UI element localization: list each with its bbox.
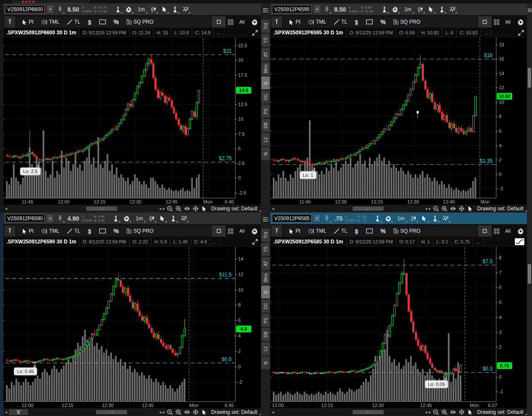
rectangle-tool-button[interactable]	[96, 17, 109, 27]
more-ellipsis[interactable]: ...	[473, 237, 484, 246]
all-button[interactable]: All	[236, 228, 248, 234]
zoom-out-icon[interactable]	[432, 205, 439, 212]
percent-tool-button[interactable]: %	[377, 17, 389, 27]
scrollbar-track[interactable]	[276, 410, 423, 415]
tml-tool-button[interactable]: TML	[305, 17, 329, 27]
all-button[interactable]: All	[502, 228, 514, 234]
sidebar-tab-btns[interactable]: Btns	[261, 62, 270, 75]
trendline-tool-button[interactable]: TL	[63, 17, 84, 27]
layout-grid-button[interactable]	[227, 227, 235, 235]
resize-arrows-icon[interactable]	[252, 239, 258, 245]
sidebar-tab-ps[interactable]: PS	[261, 314, 270, 327]
all-button[interactable]: All	[236, 19, 248, 24]
dock-panel-button[interactable]	[9, 409, 28, 415]
crosshair-icon[interactable]	[458, 205, 465, 212]
zoom-out-icon[interactable]	[166, 205, 173, 212]
pattern-icon[interactable]	[448, 5, 457, 14]
flask-icon[interactable]	[380, 5, 389, 14]
collapsed-panel-tab[interactable]	[12, 0, 89, 3]
symbol-dropdown-button[interactable]: ▾	[47, 214, 54, 222]
chart-plot-area[interactable]	[270, 37, 527, 205]
sqpro-button[interactable]: SQ PRO	[123, 226, 157, 236]
tml-tool-button[interactable]: TML	[38, 17, 63, 27]
layout-single-button[interactable]	[212, 16, 226, 27]
pin-button[interactable]	[4, 225, 15, 237]
sidebar-tab-at[interactable]: AT	[261, 48, 270, 61]
gear-icon[interactable]	[124, 5, 133, 14]
chart-type-icon[interactable]	[148, 214, 156, 223]
candlestick-chart-canvas[interactable]	[3, 37, 261, 205]
fit-width-icon[interactable]	[184, 205, 190, 212]
symbol-input[interactable]: V250912P6585	[272, 214, 311, 222]
pointer-tool-button[interactable]: Pt	[19, 226, 37, 236]
more-ellipsis[interactable]: ...	[210, 237, 221, 246]
scroll-step-right[interactable]: ▸	[163, 206, 165, 211]
price-level-tool-button[interactable]: $	[85, 226, 94, 236]
line-style-icon[interactable]	[515, 238, 524, 245]
pointer-mode-icon[interactable]	[467, 205, 474, 212]
timeframe-button[interactable]: 1m	[402, 5, 414, 14]
chart-plot-area[interactable]	[270, 246, 527, 408]
layout-single-button[interactable]	[478, 16, 492, 27]
drawing-set-selector[interactable]: Drawing set: Default	[475, 206, 525, 212]
crosshair-icon[interactable]	[458, 409, 465, 416]
cursor-icon[interactable]	[427, 5, 435, 14]
menu-icon[interactable]	[263, 6, 269, 15]
link-icon[interactable]	[323, 214, 331, 223]
sidebar-tab-n[interactable]: N	[261, 147, 270, 160]
layout-grid-button[interactable]	[493, 18, 501, 26]
menu-icon[interactable]	[263, 215, 269, 224]
trendline-tool-button[interactable]: TL	[63, 226, 84, 236]
chart-settings-gear-icon[interactable]	[515, 16, 526, 27]
sidebar-tab-oc[interactable]: OC	[261, 300, 270, 313]
scroll-step-right[interactable]: ▸	[429, 206, 431, 211]
drawing-set-selector[interactable]: Drawing set: Default	[209, 206, 259, 212]
resize-arrows-icon[interactable]	[518, 30, 524, 36]
cursor-icon[interactable]	[420, 214, 429, 223]
scroll-left-arrow[interactable]: ◂	[5, 206, 7, 211]
rectangle-tool-button[interactable]	[96, 226, 109, 236]
pointer-tool-button[interactable]: Pt	[286, 17, 304, 27]
candlestick-chart-canvas[interactable]	[270, 246, 527, 408]
scroll-left-arrow[interactable]: ◂	[5, 410, 7, 414]
trendline-tool-button[interactable]: TL	[330, 226, 351, 236]
gear-icon[interactable]	[122, 214, 131, 223]
pin-button[interactable]	[4, 16, 15, 27]
scroll-left-arrow[interactable]: ◂	[272, 206, 274, 211]
scrollbar-track[interactable]	[276, 206, 423, 211]
fit-width-icon[interactable]	[184, 409, 190, 416]
scrollbar-thumb[interactable]	[353, 410, 384, 414]
scroll-step-left[interactable]: ◂	[425, 206, 427, 211]
pointer-tool-button[interactable]: Pt	[19, 17, 37, 27]
pointer-tool-button[interactable]: Pt	[286, 226, 304, 236]
layout-single-button[interactable]	[478, 225, 492, 237]
symbol-input[interactable]: V250912P6590	[5, 214, 45, 222]
candlestick-chart-canvas[interactable]	[270, 37, 527, 205]
sidebar-tab-ts[interactable]: TS	[261, 34, 270, 47]
scrollbar-thumb[interactable]	[353, 206, 384, 211]
scroll-step-right[interactable]: ▸	[163, 410, 165, 414]
sidebar-tab-n[interactable]: N	[261, 356, 270, 369]
menu-icon[interactable]	[527, 6, 532, 15]
timeframe-button[interactable]: 1m	[135, 5, 148, 14]
chart-type-icon[interactable]	[149, 5, 158, 14]
drawing-set-selector[interactable]: Drawing set: Default	[209, 409, 259, 415]
zoom-in-icon[interactable]	[441, 409, 448, 416]
chart-type-icon[interactable]	[416, 5, 425, 14]
zoom-out-icon[interactable]	[432, 409, 439, 416]
symbol-input[interactable]: V250912P6600	[5, 5, 45, 13]
scroll-step-left[interactable]: ◂	[425, 410, 427, 414]
drawing-set-selector[interactable]: Drawing set: Default	[475, 409, 525, 415]
chart-settings-gear-icon[interactable]	[249, 225, 260, 237]
flask2-icon[interactable]	[431, 214, 439, 223]
crosshair-icon[interactable]	[192, 409, 199, 416]
layout-single-button[interactable]	[212, 225, 226, 237]
sidebar-tab-c[interactable]: C	[261, 76, 270, 89]
fit-width-icon[interactable]	[450, 205, 456, 212]
rectangle-tool-button[interactable]	[363, 17, 376, 27]
flask2-icon[interactable]	[169, 214, 178, 223]
sidebar-tab-c[interactable]: C	[261, 285, 270, 298]
sidebar-tab-oc[interactable]: OC	[261, 91, 270, 103]
layout-grid-button[interactable]	[493, 227, 501, 235]
percent-tool-button[interactable]: %	[377, 226, 389, 236]
